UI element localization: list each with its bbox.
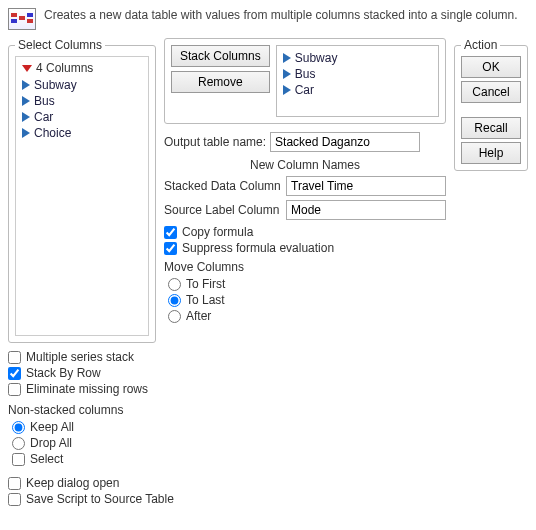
to-last-radio[interactable] bbox=[168, 294, 181, 307]
list-item[interactable]: Subway bbox=[22, 77, 142, 93]
list-item[interactable]: Choice bbox=[22, 125, 142, 141]
stacked-data-column-input[interactable] bbox=[286, 176, 446, 196]
stack-role-group: Stack Columns Remove Subway Bus Car bbox=[164, 38, 446, 124]
list-item[interactable]: Bus bbox=[283, 66, 432, 82]
keep-all-label: Keep All bbox=[30, 420, 74, 434]
eliminate-missing-label: Eliminate missing rows bbox=[26, 382, 148, 396]
move-columns-heading: Move Columns bbox=[164, 260, 446, 274]
column-name: Choice bbox=[34, 126, 71, 140]
svg-rect-3 bbox=[27, 13, 33, 17]
continuous-icon bbox=[22, 128, 30, 138]
stack-columns-button[interactable]: Stack Columns bbox=[171, 45, 270, 67]
stack-by-row-checkbox[interactable] bbox=[8, 367, 21, 380]
save-script-checkbox[interactable] bbox=[8, 493, 21, 506]
eliminate-missing-checkbox[interactable] bbox=[8, 383, 21, 396]
select-columns-list[interactable]: 4 Columns Subway Bus Car Choice bbox=[15, 56, 149, 336]
multiple-series-checkbox[interactable] bbox=[8, 351, 21, 364]
continuous-icon bbox=[22, 80, 30, 90]
svg-rect-0 bbox=[11, 13, 17, 17]
source-label-column-label: Source Label Column bbox=[164, 203, 282, 217]
suppress-evaluation-label: Suppress formula evaluation bbox=[182, 241, 334, 255]
to-last-label: To Last bbox=[186, 293, 225, 307]
column-name: Car bbox=[34, 110, 53, 124]
to-first-radio[interactable] bbox=[168, 278, 181, 291]
non-stacked-heading: Non-stacked columns bbox=[8, 403, 528, 417]
disclosure-down-icon bbox=[22, 65, 32, 72]
column-name: Bus bbox=[295, 67, 316, 81]
stacked-data-column-label: Stacked Data Column bbox=[164, 179, 282, 193]
continuous-icon bbox=[283, 53, 291, 63]
list-item[interactable]: Bus bbox=[22, 93, 142, 109]
drop-all-radio[interactable] bbox=[12, 437, 25, 450]
copy-formula-label: Copy formula bbox=[182, 225, 253, 239]
column-name: Car bbox=[295, 83, 314, 97]
select-columns-legend: Select Columns bbox=[15, 38, 105, 52]
output-table-input[interactable] bbox=[270, 132, 420, 152]
action-legend: Action bbox=[461, 38, 500, 52]
continuous-icon bbox=[283, 69, 291, 79]
after-label: After bbox=[186, 309, 211, 323]
keep-dialog-open-label: Keep dialog open bbox=[26, 476, 119, 490]
suppress-evaluation-checkbox[interactable] bbox=[164, 242, 177, 255]
column-name: Bus bbox=[34, 94, 55, 108]
recall-button[interactable]: Recall bbox=[461, 117, 521, 139]
action-group: Action OK Cancel Recall Help bbox=[454, 38, 528, 171]
svg-rect-4 bbox=[27, 19, 33, 23]
svg-rect-1 bbox=[11, 19, 17, 23]
multiple-series-label: Multiple series stack bbox=[26, 350, 134, 364]
continuous-icon bbox=[22, 96, 30, 106]
select-columns-group: Select Columns 4 Columns Subway Bus Car … bbox=[8, 38, 156, 343]
stacked-columns-list[interactable]: Subway Bus Car bbox=[276, 45, 439, 117]
continuous-icon bbox=[22, 112, 30, 122]
column-name: Subway bbox=[295, 51, 338, 65]
column-count-label: 4 Columns bbox=[36, 61, 93, 75]
list-item[interactable]: Car bbox=[22, 109, 142, 125]
help-button[interactable]: Help bbox=[461, 142, 521, 164]
stack-dialog-icon bbox=[8, 8, 36, 30]
output-table-label: Output table name: bbox=[164, 135, 266, 149]
continuous-icon bbox=[283, 85, 291, 95]
ok-button[interactable]: OK bbox=[461, 56, 521, 78]
column-count-row[interactable]: 4 Columns bbox=[22, 61, 142, 75]
drop-all-label: Drop All bbox=[30, 436, 72, 450]
after-radio[interactable] bbox=[168, 310, 181, 323]
copy-formula-checkbox[interactable] bbox=[164, 226, 177, 239]
stack-by-row-label: Stack By Row bbox=[26, 366, 101, 380]
list-item[interactable]: Car bbox=[283, 82, 432, 98]
source-label-column-input[interactable] bbox=[286, 200, 446, 220]
list-item[interactable]: Subway bbox=[283, 50, 432, 66]
to-first-label: To First bbox=[186, 277, 225, 291]
new-column-names-heading: New Column Names bbox=[164, 158, 446, 172]
svg-rect-2 bbox=[19, 16, 25, 20]
header-description: Creates a new data table with values fro… bbox=[44, 8, 518, 24]
keep-all-radio[interactable] bbox=[12, 421, 25, 434]
select-label: Select bbox=[30, 452, 63, 466]
cancel-button[interactable]: Cancel bbox=[461, 81, 521, 103]
select-checkbox[interactable] bbox=[12, 453, 25, 466]
column-name: Subway bbox=[34, 78, 77, 92]
remove-button[interactable]: Remove bbox=[171, 71, 270, 93]
save-script-label: Save Script to Source Table bbox=[26, 492, 174, 506]
keep-dialog-open-checkbox[interactable] bbox=[8, 477, 21, 490]
